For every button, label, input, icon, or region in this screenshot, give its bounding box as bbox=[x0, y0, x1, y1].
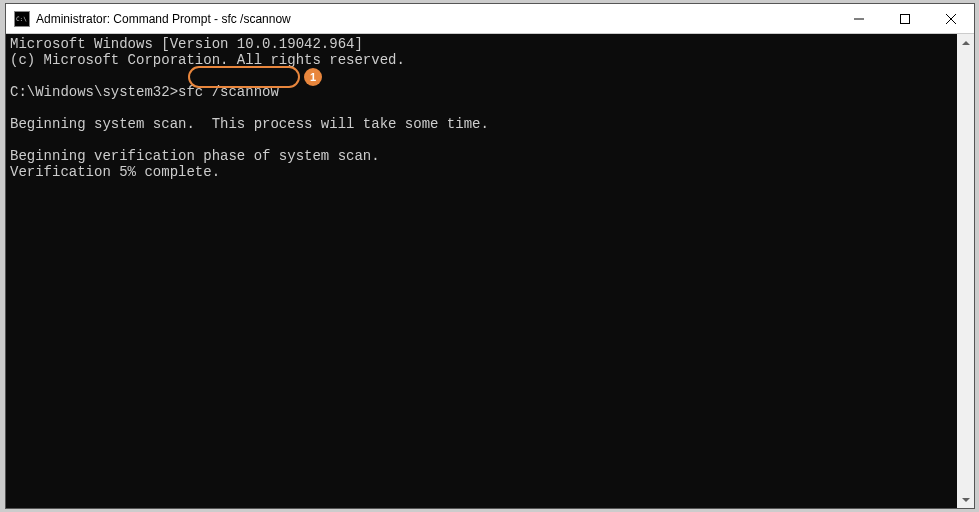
copyright-line: (c) Microsoft Corporation. All rights re… bbox=[10, 52, 405, 68]
vertical-scrollbar[interactable] bbox=[957, 34, 974, 508]
minimize-button[interactable] bbox=[836, 4, 882, 33]
version-line: Microsoft Windows [Version 10.0.19042.96… bbox=[10, 36, 363, 52]
svg-rect-1 bbox=[901, 14, 910, 23]
terminal-output[interactable]: Microsoft Windows [Version 10.0.19042.96… bbox=[6, 34, 957, 508]
scroll-down-arrow[interactable] bbox=[957, 491, 974, 508]
cmd-window: Administrator: Command Prompt - sfc /sca… bbox=[5, 3, 975, 509]
window-controls bbox=[836, 4, 974, 33]
window-title: Administrator: Command Prompt - sfc /sca… bbox=[36, 12, 291, 26]
scroll-up-arrow[interactable] bbox=[957, 34, 974, 51]
verification-progress-line: Verification 5% complete. bbox=[10, 164, 220, 180]
svg-marker-4 bbox=[962, 41, 970, 45]
annotation-badge-1: 1 bbox=[304, 68, 322, 86]
titlebar[interactable]: Administrator: Command Prompt - sfc /sca… bbox=[6, 4, 974, 34]
cmd-icon bbox=[14, 11, 30, 27]
verification-phase-line: Beginning verification phase of system s… bbox=[10, 148, 380, 164]
maximize-button[interactable] bbox=[882, 4, 928, 33]
scan-begin-line: Beginning system scan. This process will… bbox=[10, 116, 489, 132]
entered-command: sfc /scannow bbox=[178, 84, 279, 100]
close-button[interactable] bbox=[928, 4, 974, 33]
svg-marker-5 bbox=[962, 498, 970, 502]
prompt-prefix: C:\Windows\system32> bbox=[10, 84, 178, 100]
